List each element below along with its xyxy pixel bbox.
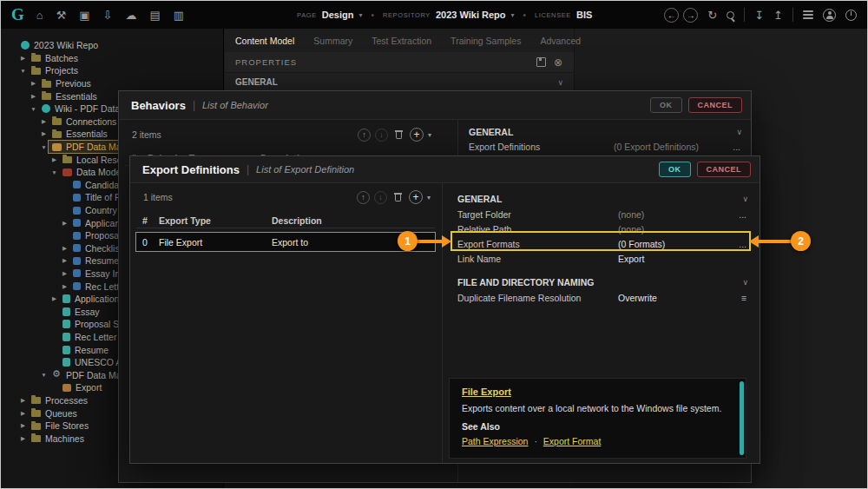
tree-expander-icon[interactable]: ▶ — [49, 156, 59, 163]
tab[interactable]: Advanced — [540, 36, 581, 46]
property-row[interactable]: Export Definitions (0 Export Definitions… — [469, 139, 742, 154]
tree-item[interactable]: ▶ File Stores — [1, 420, 92, 433]
ok-button[interactable]: OK — [659, 162, 691, 177]
tree-expander-icon[interactable]: ▶ — [18, 435, 28, 442]
ellipsis-button[interactable]: ... — [733, 142, 742, 152]
tree-item[interactable]: ▶ Machines — [1, 432, 88, 445]
tree-item[interactable]: UNESCO Ap — [1, 356, 130, 369]
stats-icon[interactable]: ▥ — [174, 9, 184, 22]
delete-icon[interactable] — [394, 193, 402, 202]
tree-item[interactable]: 2023 Wiki Repo — [1, 39, 102, 52]
help-scrollbar[interactable] — [740, 381, 744, 455]
file-stores-icon[interactable]: ▤ — [150, 9, 161, 22]
tree-item[interactable]: ▶ Rec Lette — [1, 280, 128, 293]
general-section-header[interactable]: GENERAL ∨ — [225, 72, 574, 92]
tree-expander-icon[interactable]: ▶ — [60, 283, 69, 290]
ok-button[interactable]: OK — [650, 97, 682, 113]
tree-item[interactable]: ▶ Essay Info — [1, 268, 131, 281]
add-dropdown-caret-icon[interactable]: ▾ — [428, 131, 431, 139]
tree-expander-icon[interactable]: ▶ — [60, 270, 69, 277]
cancel-button[interactable]: CANCEL — [697, 162, 752, 177]
move-up-icon[interactable]: ↑ — [357, 191, 370, 204]
add-icon[interactable]: + — [409, 190, 423, 204]
tree-item[interactable]: Candidate — [1, 179, 130, 192]
tree-item[interactable]: Country of — [1, 204, 130, 217]
home-icon[interactable]: ⌂ — [36, 9, 43, 22]
page-selector[interactable]: Design — [322, 10, 354, 20]
help-title-link[interactable]: File Export — [462, 387, 733, 397]
tree-item[interactable]: ▶ Previous — [1, 77, 95, 90]
move-down-icon[interactable]: ↓ — [374, 191, 387, 204]
property-row[interactable]: Target Folder (none) ... — [457, 207, 748, 221]
power-icon[interactable] — [845, 10, 857, 21]
export-format-link[interactable]: Export Format — [543, 436, 602, 446]
tree-expander-icon[interactable]: ▶ — [60, 257, 69, 264]
tree-expander-icon[interactable]: ▶ — [60, 220, 69, 227]
move-up-icon[interactable]: ↑ — [358, 129, 371, 142]
tree-item[interactable]: Export — [1, 381, 105, 394]
cloud-icon[interactable]: ☁ — [126, 9, 137, 22]
tree-expander-icon[interactable]: ▶ — [60, 245, 69, 252]
search-icon[interactable] — [727, 11, 734, 19]
tree-item[interactable]: ▶ Checklist — [1, 242, 126, 255]
tree-expander-icon[interactable]: ▼ — [39, 144, 49, 150]
close-icon[interactable]: ⊗ — [554, 57, 563, 68]
tree-item[interactable]: Proposal — [1, 229, 124, 242]
ellipsis-button[interactable]: ... — [739, 209, 748, 220]
tree-item[interactable]: ▶ Queues — [1, 406, 81, 420]
imports-icon[interactable]: ⇩ — [103, 9, 113, 22]
download-icon[interactable]: ↧ — [754, 10, 764, 21]
general-section-header[interactable]: GENERAL ∨ — [469, 125, 742, 139]
tree-item[interactable]: ▼ Data Model — [1, 166, 127, 179]
tab[interactable]: Training Samples — [450, 36, 521, 46]
tree-expander-icon[interactable]: ▶ — [18, 410, 28, 417]
repository-selector[interactable]: 2023 Wiki Repo — [436, 10, 506, 20]
tree-expander-icon[interactable]: ▶ — [18, 55, 28, 62]
tree-item[interactable]: Resume — [1, 343, 112, 356]
tree-item[interactable]: ▶ Processes — [1, 394, 91, 407]
user-account-icon[interactable] — [823, 9, 836, 22]
tree-item[interactable]: ▼ PDF Data Map — [1, 141, 129, 154]
menu-button[interactable]: ≡ — [741, 293, 748, 303]
file-directory-naming-section-header[interactable]: FILE AND DIRECTORY NAMING ∨ — [457, 274, 748, 290]
tree-expander-icon[interactable]: ▶ — [39, 130, 49, 137]
add-icon[interactable]: + — [410, 128, 424, 142]
tree-item[interactable]: ▶ Essentials — [1, 128, 111, 141]
tree-item[interactable]: Essay — [1, 305, 103, 318]
tab[interactable]: Test Extraction — [372, 36, 431, 46]
tree-expander-icon[interactable]: ▼ — [39, 372, 49, 378]
tree-item[interactable]: ▶ Local Resou — [1, 153, 130, 166]
add-dropdown-caret-icon[interactable]: ▾ — [427, 194, 431, 202]
move-down-icon[interactable]: ↓ — [375, 129, 388, 142]
tree-expander-icon[interactable]: ▶ — [39, 118, 49, 125]
layers-icon[interactable] — [803, 10, 813, 20]
tree-item[interactable]: ▼ PDF Data Map — [1, 368, 129, 381]
back-icon[interactable]: ← — [664, 8, 679, 23]
tree-item[interactable]: ▶ Resume In — [1, 254, 133, 268]
tree-item[interactable]: ▼ Projects — [1, 64, 82, 77]
upload-icon[interactable]: ↥ — [773, 10, 783, 21]
tree-expander-icon[interactable]: ▶ — [29, 80, 38, 87]
tree-item[interactable]: Title of Pr — [1, 191, 128, 204]
export-definition-row[interactable]: 0 File Export Export to — [136, 233, 435, 251]
tree-item[interactable]: Proposal Su — [1, 318, 128, 331]
tree-expander-icon[interactable]: ▼ — [18, 68, 28, 74]
cancel-button[interactable]: CANCEL — [688, 97, 743, 113]
tree-expander-icon[interactable]: ▶ — [18, 397, 28, 404]
tree-expander-icon[interactable]: ▶ — [18, 422, 28, 429]
tree-expander-icon[interactable]: ▼ — [49, 169, 59, 175]
path-expression-link[interactable]: Path Expression — [462, 436, 528, 446]
tab[interactable]: Content Model — [235, 36, 294, 46]
batches-icon[interactable]: ▣ — [79, 9, 89, 22]
tree-expander-icon[interactable]: ▼ — [29, 106, 38, 112]
tree-expander-icon[interactable]: ▶ — [49, 295, 59, 302]
property-row[interactable]: Duplicate Filename Resolution Overwrite … — [457, 290, 748, 305]
tree-item[interactable]: ▶ Application — [1, 293, 122, 306]
tree-item[interactable]: ▶ Batches — [1, 52, 82, 65]
tools-icon[interactable]: ⚒ — [56, 9, 67, 22]
save-icon[interactable] — [536, 57, 546, 67]
chevron-down-icon[interactable]: ▾ — [511, 11, 515, 19]
delete-icon[interactable] — [395, 130, 403, 139]
chevron-down-icon[interactable]: ▾ — [358, 11, 362, 19]
tree-item[interactable]: ▶ Applicant — [1, 216, 126, 229]
